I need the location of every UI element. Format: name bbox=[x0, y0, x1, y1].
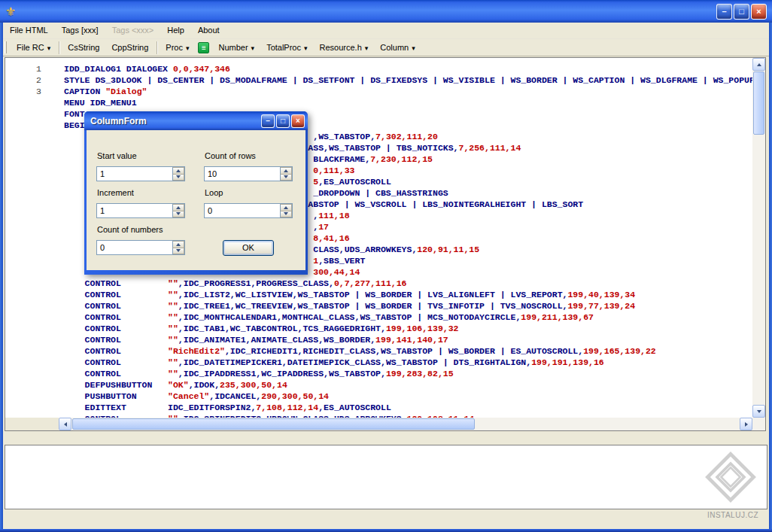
triangle-up-icon bbox=[176, 169, 181, 172]
code-line: CONTROL "",IDC_ANIMATE1,ANIMATE_CLASS,WS… bbox=[64, 335, 752, 346]
toolbar-proc-button[interactable]: Proc bbox=[160, 40, 195, 55]
dialog-body: Start value 1 Count of rows 10 Increment… bbox=[87, 130, 305, 270]
toolbar-totalproc-label: TotalProc bbox=[266, 43, 301, 52]
window-frame-bottom bbox=[0, 529, 772, 532]
code-line: CAPTION "Dialog" bbox=[64, 87, 752, 98]
spinner-buttons bbox=[280, 204, 292, 217]
dialog-titlebar[interactable]: ColumnForm – □ × bbox=[84, 111, 308, 130]
spin-up-button[interactable] bbox=[280, 204, 292, 211]
spin-up-button[interactable] bbox=[172, 241, 184, 248]
toolbar-resource-h-button[interactable]: Resource.h bbox=[314, 40, 375, 55]
menu-tags-angle: Tags <xxx> bbox=[105, 23, 161, 37]
count-of-numbers-spinner[interactable]: 0 bbox=[96, 240, 185, 255]
dialog-minimize-button[interactable]: – bbox=[261, 114, 275, 128]
toolbar-number-button[interactable]: Number bbox=[212, 40, 260, 55]
toolbar-cppstring-button[interactable]: CppString bbox=[105, 40, 154, 55]
code-line: CONTROL "RichEdit2",IDC_RICHEDIT1,RICHED… bbox=[64, 346, 752, 357]
line-number: 1 bbox=[5, 64, 59, 75]
scroll-right-button[interactable] bbox=[740, 418, 752, 430]
spin-up-button[interactable] bbox=[172, 204, 184, 211]
loop-input[interactable]: 0 bbox=[205, 204, 280, 217]
code-line: CONTROL "",IDC_LIST2,WC_LISTVIEW,WS_TABS… bbox=[64, 290, 752, 301]
spin-up-button[interactable] bbox=[280, 167, 292, 175]
app-window: ⚜ – □ × File HTML Tags [xxx] Tags <xxx> … bbox=[0, 0, 772, 532]
window-frame-right bbox=[769, 0, 772, 532]
horizontal-scrollbar[interactable] bbox=[59, 418, 752, 430]
vertical-scroll-thumb[interactable] bbox=[753, 71, 764, 135]
toolbar-resource-h-label: Resource.h bbox=[320, 43, 362, 52]
toolbar-totalproc-button[interactable]: TotalProc bbox=[260, 40, 313, 55]
spin-down-button[interactable] bbox=[172, 175, 184, 181]
menu-about[interactable]: About bbox=[191, 23, 226, 37]
toolbar-separator bbox=[157, 41, 157, 54]
code-line: PUSHBUTTON "Cancel",IDCANCEL,290,300,50,… bbox=[64, 391, 752, 403]
statusbar: INSTALUJ.CZ bbox=[3, 509, 769, 529]
toolbar-column-label: Column bbox=[380, 43, 409, 52]
toolbar-csstring-button[interactable]: CsString bbox=[62, 40, 105, 55]
count-of-rows-label: Count of rows bbox=[205, 151, 256, 160]
menu-file-html[interactable]: File HTML bbox=[3, 23, 55, 37]
code-line: CONTROL "",IDC_DATETIMEPICKER1,DATETIMEP… bbox=[64, 357, 752, 369]
scroll-up-button[interactable] bbox=[752, 58, 765, 71]
count-of-rows-spinner[interactable]: 10 bbox=[204, 166, 293, 181]
code-line: STYLE DS_3DLOOK | DS_CENTER | DS_MODALFR… bbox=[64, 75, 752, 87]
triangle-down-icon bbox=[284, 212, 288, 215]
app-icon: ⚜ bbox=[5, 5, 20, 19]
menubar: File HTML Tags [xxx] Tags <xxx> Help Abo… bbox=[3, 23, 769, 38]
scroll-left-button[interactable] bbox=[59, 418, 71, 430]
toolbar-file-rc-button[interactable]: File RC bbox=[11, 40, 56, 55]
spinner-buttons bbox=[280, 167, 292, 181]
triangle-down-icon bbox=[176, 212, 181, 215]
dropdown-arrow-icon bbox=[47, 43, 51, 52]
scroll-down-button[interactable] bbox=[752, 405, 765, 418]
increment-spinner[interactable]: 1 bbox=[96, 203, 185, 218]
dialog-close-button[interactable]: × bbox=[291, 114, 305, 128]
minimize-button[interactable]: – bbox=[716, 4, 732, 20]
spin-up-button[interactable] bbox=[172, 167, 184, 175]
increment-input[interactable]: 1 bbox=[97, 204, 172, 217]
start-value-spinner[interactable]: 1 bbox=[96, 166, 185, 181]
scrollbar-corner bbox=[752, 418, 765, 430]
spin-down-button[interactable] bbox=[280, 211, 292, 218]
toolbar-column-button[interactable]: Column bbox=[374, 40, 421, 55]
code-line: DEFPUSHBUTTON "OK",IDOK,235,300,50,14 bbox=[64, 380, 752, 391]
spin-down-button[interactable] bbox=[280, 175, 292, 181]
dialog-title: ColumnForm bbox=[90, 116, 260, 126]
line-number: 2 bbox=[5, 75, 59, 87]
triangle-up-icon bbox=[284, 169, 288, 172]
output-panel bbox=[5, 445, 767, 509]
loop-label: Loop bbox=[205, 188, 223, 197]
triangle-down-icon bbox=[176, 249, 181, 252]
vertical-scrollbar[interactable] bbox=[752, 58, 765, 418]
toolbar-grip[interactable] bbox=[5, 41, 7, 53]
triangle-up-icon bbox=[284, 206, 288, 209]
ok-button[interactable]: OK bbox=[223, 240, 274, 256]
spin-down-button[interactable] bbox=[172, 248, 184, 255]
scrollbar-corner-left bbox=[5, 418, 59, 430]
toolbar-separator bbox=[59, 41, 59, 54]
code-line: MENU IDR_MENU1 bbox=[64, 98, 752, 109]
code-line: CONTROL "",IDC_TREE1,WC_TREEVIEW,WS_TABS… bbox=[64, 301, 752, 312]
maximize-button[interactable]: □ bbox=[734, 4, 749, 20]
close-button[interactable]: × bbox=[751, 4, 767, 20]
count-of-numbers-input[interactable]: 0 bbox=[97, 241, 172, 254]
line-number: 3 bbox=[5, 87, 59, 98]
dropdown-arrow-icon bbox=[365, 43, 369, 52]
green-tool-icon[interactable] bbox=[198, 42, 209, 53]
spin-down-button[interactable] bbox=[172, 211, 184, 218]
triangle-up-icon bbox=[176, 206, 181, 209]
titlebar[interactable]: ⚜ – □ × bbox=[0, 0, 772, 23]
triangle-up-icon bbox=[176, 243, 181, 246]
menu-tags-square[interactable]: Tags [xxx] bbox=[55, 23, 105, 37]
toolbar: File RC CsString CppString Proc Number T… bbox=[3, 38, 769, 56]
menu-help[interactable]: Help bbox=[160, 23, 191, 37]
dropdown-arrow-icon bbox=[304, 43, 308, 52]
horizontal-scroll-thumb[interactable] bbox=[72, 418, 475, 430]
count-of-rows-input[interactable]: 10 bbox=[205, 167, 280, 181]
dialog-maximize-button[interactable]: □ bbox=[276, 114, 290, 128]
start-value-label: Start value bbox=[97, 151, 137, 160]
triangle-down-icon bbox=[284, 175, 288, 178]
loop-spinner[interactable]: 0 bbox=[204, 203, 293, 218]
start-value-input[interactable]: 1 bbox=[97, 167, 172, 181]
dropdown-arrow-icon bbox=[412, 43, 415, 52]
